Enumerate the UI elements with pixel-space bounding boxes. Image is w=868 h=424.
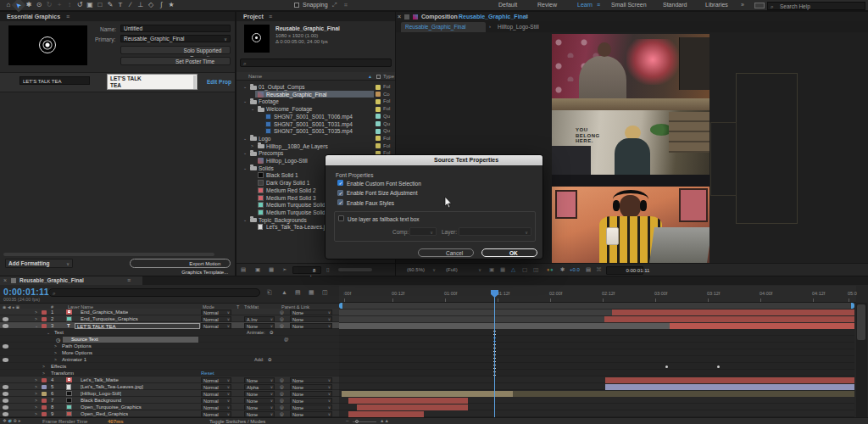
track-row[interactable] bbox=[339, 377, 854, 383]
keyframe-dot[interactable] bbox=[717, 365, 720, 368]
fallback-checkbox[interactable] bbox=[338, 215, 344, 221]
export-mogrt-button[interactable]: Export Motion Graphics Template... bbox=[130, 259, 231, 268]
twirl-open-icon[interactable]: ⌄ bbox=[47, 330, 50, 335]
bit-depth-button[interactable]: 8 bpc bbox=[292, 266, 321, 274]
comp-dropdown[interactable]: ∨ bbox=[409, 227, 437, 236]
visibility-eye-icon[interactable] bbox=[3, 392, 8, 396]
trkmat-dropdown[interactable]: Alpha∨ bbox=[244, 384, 275, 390]
exposure-gear-icon[interactable]: ✱ bbox=[560, 266, 565, 273]
twirl-open-icon[interactable]: ⌄ bbox=[251, 106, 254, 111]
panel-menu-icon[interactable]: ≡ bbox=[66, 12, 70, 21]
layer-name[interactable]: [Hilltop_Logo-Still] bbox=[81, 391, 121, 396]
project-item-label[interactable]: Let's_Talk_Tea-Leaves.jp bbox=[266, 224, 328, 230]
eg-property-name-box[interactable]: LET'S TALK TEA bbox=[19, 76, 90, 85]
layer-duration-bar[interactable] bbox=[348, 398, 468, 404]
parent-dropdown[interactable]: None∨ bbox=[290, 411, 332, 417]
twirl-closed-icon[interactable]: > bbox=[35, 398, 37, 403]
project-item-label[interactable]: Topic_Backgrounds bbox=[259, 217, 307, 223]
title-action-safe-icon[interactable]: ▦ bbox=[500, 266, 505, 273]
add-formatting-dropdown[interactable]: Add Formatting ∨ bbox=[5, 259, 73, 268]
essential-graphics-header[interactable]: Essential Graphics ≡ bbox=[0, 12, 235, 21]
track-row[interactable] bbox=[339, 336, 854, 343]
mode-dropdown[interactable]: Normal∨ bbox=[201, 391, 231, 397]
pickwhip-icon[interactable]: ◎ bbox=[280, 404, 284, 410]
project-row[interactable]: Reusable_Graphic_FinalCo bbox=[236, 91, 395, 98]
label-color-chip[interactable] bbox=[42, 412, 47, 416]
composition-header[interactable]: × Composition Reusable_Graphic_Final ≡ bbox=[396, 12, 868, 21]
layer-row[interactable]: >8Open_Turquoise_GraphicsNormal∨None∨◎No… bbox=[0, 404, 339, 410]
timeline-zoom-knob[interactable] bbox=[355, 420, 359, 423]
cancel-button[interactable]: Cancel bbox=[418, 248, 474, 257]
layer-duration-bar[interactable] bbox=[339, 316, 604, 322]
parent-dropdown[interactable]: None∨ bbox=[290, 323, 332, 329]
layer-name[interactable]: Open_Turquoise_Graphics bbox=[81, 404, 142, 410]
twirl-closed-icon[interactable]: > bbox=[35, 384, 37, 389]
preview-panel-icon[interactable]: ◫ bbox=[533, 266, 538, 273]
pickwhip-icon[interactable]: ◎ bbox=[280, 411, 284, 416]
layer-dropdown[interactable]: ∨ bbox=[459, 227, 531, 236]
transparency-grid-icon[interactable]: △ bbox=[511, 266, 515, 273]
show-snapshot-icon[interactable]: ⌘ bbox=[596, 266, 602, 273]
pickwhip-icon[interactable]: ◎ bbox=[280, 398, 284, 403]
twirl-closed-icon[interactable]: > bbox=[35, 316, 37, 321]
property-name[interactable]: Source Text bbox=[71, 337, 98, 342]
track-row[interactable] bbox=[339, 370, 854, 377]
layer-row[interactable]: >9Open_Red_GraphicsNormal∨None∨◎None∨ bbox=[0, 410, 339, 417]
project-row[interactable]: ⌄01_Output_CompsFol bbox=[236, 83, 395, 91]
label-color-chip[interactable] bbox=[376, 143, 381, 148]
keyframe-dot[interactable] bbox=[665, 365, 668, 368]
project-item-label[interactable]: Footage bbox=[259, 98, 279, 104]
track-row[interactable] bbox=[339, 383, 854, 390]
project-item-label[interactable]: Reusable_Graphic_Final bbox=[266, 92, 327, 98]
layer-name[interactable]: End_Graphics_Matte bbox=[81, 310, 128, 315]
timeline-search-box[interactable]: ⌕ bbox=[48, 288, 260, 297]
label-color-chip[interactable] bbox=[42, 378, 47, 382]
visibility-eye-icon[interactable] bbox=[3, 317, 8, 321]
close-icon[interactable]: × bbox=[3, 276, 7, 285]
vscroll-thumb[interactable] bbox=[857, 304, 865, 340]
label-color-chip[interactable] bbox=[42, 317, 47, 321]
label-color-chip[interactable] bbox=[376, 92, 381, 97]
eg-name-input[interactable]: Untitled bbox=[120, 25, 231, 32]
playhead-line[interactable] bbox=[494, 290, 495, 417]
layer-duration-bar[interactable] bbox=[605, 384, 854, 390]
pickwhip-icon[interactable]: ◎ bbox=[280, 323, 284, 328]
channels-icon[interactable]: ●● bbox=[547, 266, 554, 272]
workspace-tab-standard[interactable]: Standard bbox=[663, 2, 687, 8]
pickwhip-icon[interactable]: ◎ bbox=[280, 384, 284, 389]
label-color-chip[interactable] bbox=[376, 121, 381, 126]
eg-primary-dropdown[interactable]: Reusable_Graphic_Final ∨ bbox=[120, 35, 231, 42]
track-row[interactable] bbox=[339, 315, 854, 322]
layer-duration-bar[interactable] bbox=[339, 323, 670, 329]
label-color-chip[interactable] bbox=[376, 99, 381, 104]
workspace-tab-learn[interactable]: Learn bbox=[577, 2, 593, 8]
navigator-handle-right[interactable] bbox=[851, 303, 854, 309]
project-item-label[interactable]: Precomps bbox=[259, 150, 283, 156]
visibility-eye-icon[interactable] bbox=[3, 399, 8, 403]
mode-dropdown[interactable]: Normal∨ bbox=[201, 316, 231, 322]
track-row[interactable] bbox=[339, 309, 854, 315]
timeline-vscrollbar[interactable] bbox=[856, 303, 867, 417]
parent-dropdown[interactable]: None∨ bbox=[290, 310, 332, 315]
layer-name[interactable]: Let's_Talk_Matte bbox=[81, 377, 119, 382]
draft-3d-icon[interactable]: ▲ bbox=[281, 289, 287, 295]
layer-duration-bar[interactable] bbox=[670, 323, 854, 329]
property-name[interactable]: More Options bbox=[62, 350, 92, 355]
layer-name-box[interactable]: LET'S TALK TEA bbox=[75, 323, 200, 329]
project-item-label[interactable]: Hilltop_Logo-Still bbox=[266, 158, 308, 164]
new-folder-icon[interactable]: ▣ bbox=[255, 266, 260, 273]
layer-duration-bar[interactable] bbox=[342, 391, 513, 397]
property-name[interactable]: Transform bbox=[51, 371, 74, 376]
zoom-in-icon[interactable]: ▲▲ bbox=[380, 418, 389, 423]
help-search-box[interactable]: ⌕ Search Help bbox=[767, 2, 865, 10]
layer-row[interactable]: >7Black BackgroundNormal∨None∨◎None∨ bbox=[0, 397, 339, 404]
twirl-closed-icon[interactable]: > bbox=[42, 371, 45, 376]
workspace-menu-icon[interactable]: ≡ bbox=[597, 2, 600, 8]
label-color-chip[interactable] bbox=[42, 385, 47, 389]
mode-dropdown[interactable]: Normal∨ bbox=[201, 310, 231, 315]
project-hscrollbar[interactable] bbox=[338, 268, 372, 271]
trkmat-dropdown[interactable]: None∨ bbox=[244, 377, 275, 383]
label-color-chip[interactable] bbox=[42, 392, 47, 396]
property-name[interactable]: Animator 1 bbox=[62, 357, 86, 362]
workspace-tab-libraries[interactable]: Libraries bbox=[705, 2, 728, 8]
